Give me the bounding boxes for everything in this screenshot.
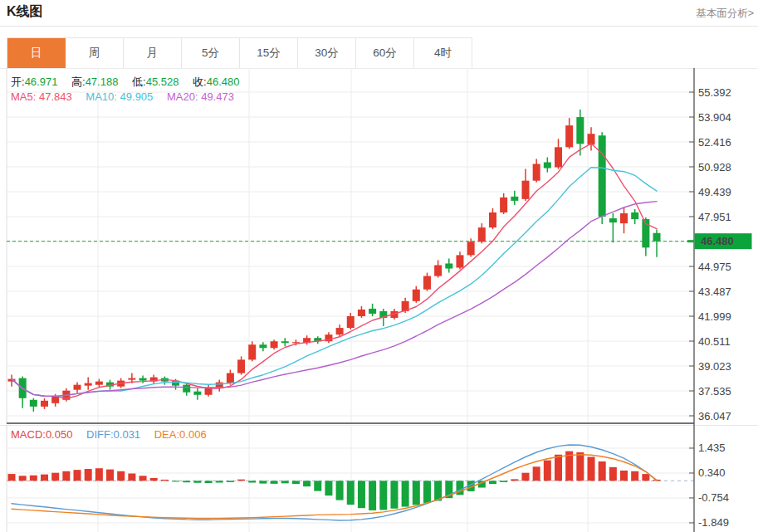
macd-label: MACD: <box>11 428 46 441</box>
macd-panel[interactable]: 1.4350.340-0.754-1.849 <box>0 425 758 532</box>
page-header: K线图 基本面分析> <box>0 0 758 27</box>
ohlc-legend: 开:46.971 高:47.188 低:45.528 收:46.480 <box>11 75 239 90</box>
open-value: 46.971 <box>25 76 58 88</box>
svg-text:55.392: 55.392 <box>698 86 731 99</box>
svg-text:44.975: 44.975 <box>698 261 731 273</box>
tab-week[interactable]: 周 <box>66 38 124 68</box>
high-value: 47.188 <box>86 76 119 88</box>
svg-text:49.439: 49.439 <box>698 186 731 198</box>
svg-text:39.023: 39.023 <box>698 360 731 373</box>
macd-value: 0.050 <box>46 428 73 441</box>
period-tabbar: 日 周 月 5分 15分 30分 60分 4时 <box>7 37 472 69</box>
svg-text:36.047: 36.047 <box>698 410 731 422</box>
svg-text:46.480: 46.480 <box>701 235 734 247</box>
tab-4hour[interactable]: 4时 <box>414 38 472 68</box>
fundamental-analysis-link[interactable]: 基本面分析> <box>696 7 754 21</box>
svg-text:37.535: 37.535 <box>698 385 731 398</box>
macd-legend: MACD:0.050 DIFF:0.031 DEA:0.006 <box>11 428 207 441</box>
svg-text:43.487: 43.487 <box>698 286 731 298</box>
ma-legend: MA5: 47.843 MA10: 49.905 MA20: 49.473 <box>11 90 234 103</box>
ma20-value: 49.473 <box>201 90 234 103</box>
dea-value: 0.006 <box>179 428 207 441</box>
dea-label: DEA: <box>154 428 179 441</box>
svg-text:50.928: 50.928 <box>698 161 731 173</box>
svg-text:47.951: 47.951 <box>698 211 731 223</box>
svg-text:40.511: 40.511 <box>698 335 731 348</box>
svg-text:-0.754: -0.754 <box>698 491 729 504</box>
svg-text:53.904: 53.904 <box>698 111 731 124</box>
svg-text:0.340: 0.340 <box>698 466 726 479</box>
tab-30min[interactable]: 30分 <box>298 38 356 68</box>
tab-15min[interactable]: 15分 <box>240 38 298 68</box>
tab-60min[interactable]: 60分 <box>356 38 414 68</box>
ma20-label: MA20: <box>167 90 198 103</box>
close-label: 收: <box>193 76 207 88</box>
open-label: 开: <box>11 76 25 88</box>
ma10-label: MA10: <box>86 90 117 103</box>
low-label: 低: <box>132 76 146 88</box>
low-value: 45.528 <box>146 76 179 88</box>
high-label: 高: <box>71 76 86 88</box>
diff-value: 0.031 <box>114 428 141 441</box>
svg-text:-1.849: -1.849 <box>698 516 729 529</box>
candlestick-chart[interactable]: 55.39253.90452.41650.92849.43947.95144.9… <box>0 68 758 425</box>
tab-day[interactable]: 日 <box>7 38 66 68</box>
tab-5min[interactable]: 5分 <box>182 38 240 68</box>
close-value: 46.480 <box>207 76 240 88</box>
kline-page: K线图 基本面分析> 日 周 月 5分 15分 30分 60分 4时 55.39… <box>0 0 758 532</box>
ma5-label: MA5: <box>11 90 36 103</box>
svg-text:1.435: 1.435 <box>698 442 726 454</box>
ma10-value: 49.905 <box>120 90 154 103</box>
tab-month[interactable]: 月 <box>124 38 182 68</box>
page-title: K线图 <box>7 3 43 21</box>
diff-label: DIFF: <box>86 428 114 441</box>
ma5-value: 47.843 <box>39 90 72 103</box>
svg-text:41.999: 41.999 <box>698 310 731 323</box>
svg-text:52.416: 52.416 <box>698 136 731 149</box>
